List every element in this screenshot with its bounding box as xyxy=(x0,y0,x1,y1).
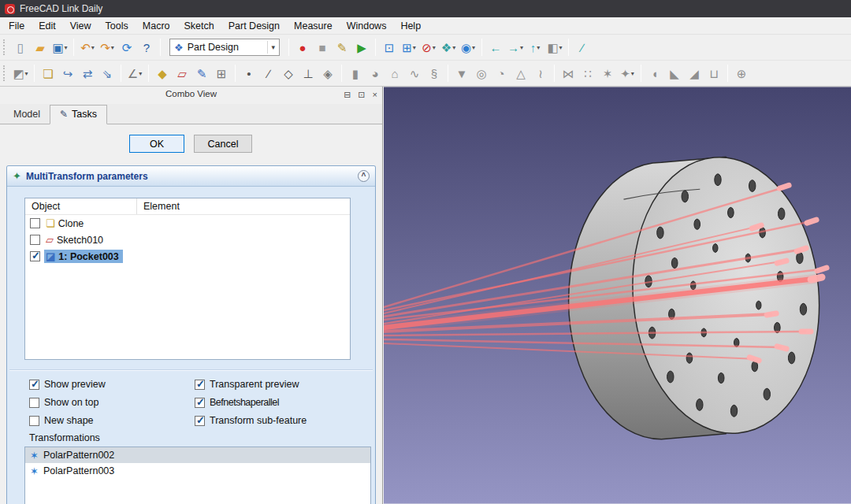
multitransform-icon[interactable]: ✦▾ xyxy=(618,63,637,83)
menu-macro[interactable]: Macro xyxy=(136,18,177,34)
nav-back-icon[interactable]: ← xyxy=(486,37,505,57)
transform-sub-feature-checkbox[interactable] xyxy=(195,416,205,426)
transparent-preview-checkbox[interactable] xyxy=(195,380,205,390)
dropdown-arrow-icon[interactable]: ▾ xyxy=(65,44,68,51)
column-object[interactable]: Object xyxy=(25,198,137,214)
chamfer-icon[interactable]: ◣ xyxy=(665,63,684,83)
new-shape-checkbox[interactable] xyxy=(29,416,39,426)
option-new-shape[interactable]: New shape xyxy=(29,415,94,426)
macro-execute-icon[interactable]: ▶ xyxy=(352,37,371,57)
save-icon[interactable]: ▣▾ xyxy=(50,37,69,57)
import-icon[interactable]: ⇘ xyxy=(98,63,117,83)
workbench-selector[interactable]: ❖ Part Design ▾ xyxy=(169,39,280,56)
edit-sketch-icon[interactable]: ✎ xyxy=(192,63,211,83)
collapse-button[interactable]: ^ xyxy=(358,170,370,182)
dropdown-arrow-icon[interactable]: ▾ xyxy=(413,44,416,51)
toolbar-handle[interactable] xyxy=(3,39,6,55)
menu-file[interactable]: File xyxy=(2,18,32,34)
sketch010-checkbox[interactable] xyxy=(30,235,40,245)
boolean-icon[interactable]: ⊕ xyxy=(732,63,751,83)
multitransform-panel-header[interactable]: ✦ MultiTransform parameters ^ xyxy=(7,166,375,187)
clone-checkbox[interactable] xyxy=(30,218,40,228)
create-sketch-icon[interactable]: ▱ xyxy=(173,63,191,83)
column-element[interactable]: Element xyxy=(137,198,350,214)
linear-pattern-icon[interactable]: ∷ xyxy=(578,63,597,83)
dropdown-arrow-icon[interactable]: ▾ xyxy=(631,70,634,77)
dropdown-arrow-icon[interactable]: ▾ xyxy=(91,44,95,51)
close-icon[interactable]: × xyxy=(373,88,377,101)
transformation-row-polarpattern002[interactable]: ✶ PolarPattern002 xyxy=(25,447,370,463)
whats-this-icon[interactable]: ? xyxy=(137,37,156,57)
overlapped-checkbox[interactable] xyxy=(195,398,205,408)
cancel-button[interactable]: Cancel xyxy=(194,135,252,153)
option-show-on-top[interactable]: Show on top xyxy=(29,397,99,408)
menu-measure[interactable]: Measure xyxy=(287,18,340,34)
menu-help[interactable]: Help xyxy=(393,18,428,34)
dropdown-arrow-icon[interactable]: ▾ xyxy=(25,70,28,77)
macro-edit-icon[interactable]: ✎ xyxy=(333,37,351,57)
make-link-relative-icon[interactable]: ⇄ xyxy=(78,63,97,83)
macro-stop-icon[interactable]: ■ xyxy=(313,37,332,57)
create-datum-icon[interactable]: ∠▾ xyxy=(125,63,144,83)
object-row-pocket003[interactable]: ◪ 1: Pocket003 xyxy=(25,248,350,265)
dropdown-arrow-icon[interactable]: ▾ xyxy=(537,44,540,51)
zoom-selection-icon[interactable]: ⊞▾ xyxy=(399,37,418,57)
selected-object[interactable]: ◪ 1: Pocket003 xyxy=(44,250,123,263)
option-overlapped[interactable]: Befnetshaperallel xyxy=(195,397,279,408)
zoom-icon[interactable]: ◉▾ xyxy=(459,37,478,57)
view-front-icon[interactable]: ↑▾ xyxy=(526,37,544,57)
mirrored-icon[interactable]: ⋈ xyxy=(559,63,578,83)
undo-icon[interactable]: ↶▾ xyxy=(78,37,97,57)
dropdown-arrow-icon[interactable]: ▾ xyxy=(111,44,114,51)
option-transparent-preview[interactable]: Transparent preview xyxy=(195,379,299,390)
macro-record-icon[interactable]: ● xyxy=(293,37,312,57)
menu-sketch[interactable]: Sketch xyxy=(177,18,221,34)
local-coords-icon[interactable]: ⊥ xyxy=(299,63,318,83)
pad-icon[interactable]: ▮ xyxy=(346,63,365,83)
additive-helix-icon[interactable]: § xyxy=(425,63,444,83)
create-body-icon[interactable]: ◆ xyxy=(153,63,172,83)
dropdown-arrow-icon[interactable]: ▾ xyxy=(520,44,523,51)
create-group-icon[interactable]: ❏ xyxy=(39,63,58,83)
groove-icon[interactable]: ◔ xyxy=(492,63,511,83)
dropdown-arrow-icon[interactable]: ▾ xyxy=(559,44,563,51)
viewport-3d[interactable] xyxy=(384,87,851,504)
fillet-icon[interactable]: ◖ xyxy=(645,63,664,83)
tab-model[interactable]: Model xyxy=(4,106,50,124)
toolbar-handle[interactable] xyxy=(3,65,6,81)
polar-pattern-icon[interactable]: ✶ xyxy=(598,63,617,83)
redo-icon[interactable]: ↷▾ xyxy=(98,37,117,57)
show-preview-checkbox[interactable] xyxy=(29,380,39,390)
option-show-preview[interactable]: Show preview xyxy=(29,379,106,390)
datum-point-icon[interactable]: • xyxy=(240,63,258,83)
open-folder-icon[interactable]: ▰ xyxy=(31,37,50,57)
menu-part-design[interactable]: Part Design xyxy=(221,18,287,34)
additive-loft-icon[interactable]: ⌂ xyxy=(385,63,404,83)
subtractive-loft-icon[interactable]: △ xyxy=(511,63,530,83)
shape-binder-icon[interactable]: ◈ xyxy=(318,63,337,83)
menu-edit[interactable]: Edit xyxy=(32,18,63,34)
ok-button[interactable]: OK xyxy=(129,135,184,153)
hole-icon[interactable]: ◎ xyxy=(472,63,491,83)
datum-plane-icon[interactable]: ◇ xyxy=(279,63,298,83)
show-on-top-checkbox[interactable] xyxy=(29,398,39,408)
dropdown-arrow-icon[interactable]: ▾ xyxy=(472,44,475,51)
thickness-icon[interactable]: ⊔ xyxy=(704,63,723,83)
chevron-down-icon[interactable]: ▾ xyxy=(267,41,277,54)
dropdown-arrow-icon[interactable]: ▾ xyxy=(452,44,455,51)
draw-style-icon[interactable]: ⊘▾ xyxy=(419,37,438,57)
map-sketch-icon[interactable]: ⊞ xyxy=(212,63,231,83)
view-isometric-icon[interactable]: ❖▾ xyxy=(439,37,458,57)
new-document-icon[interactable]: ▯ xyxy=(11,37,30,57)
revolution-icon[interactable]: ◕ xyxy=(366,63,385,83)
pocket003-checkbox[interactable] xyxy=(30,251,40,261)
datum-line-icon[interactable]: ∕ xyxy=(259,63,278,83)
tab-tasks[interactable]: ✎ Tasks xyxy=(50,105,107,124)
menu-windows[interactable]: Windows xyxy=(340,18,394,34)
fit-all-icon[interactable]: ⊡ xyxy=(380,37,399,57)
menu-view[interactable]: View xyxy=(63,18,98,34)
object-row-clone[interactable]: ❏ Clone xyxy=(25,215,350,232)
undock-icon[interactable]: ⊟ xyxy=(344,88,351,101)
make-link-icon[interactable]: ↪ xyxy=(58,63,77,83)
dropdown-arrow-icon[interactable]: ▾ xyxy=(433,44,436,51)
